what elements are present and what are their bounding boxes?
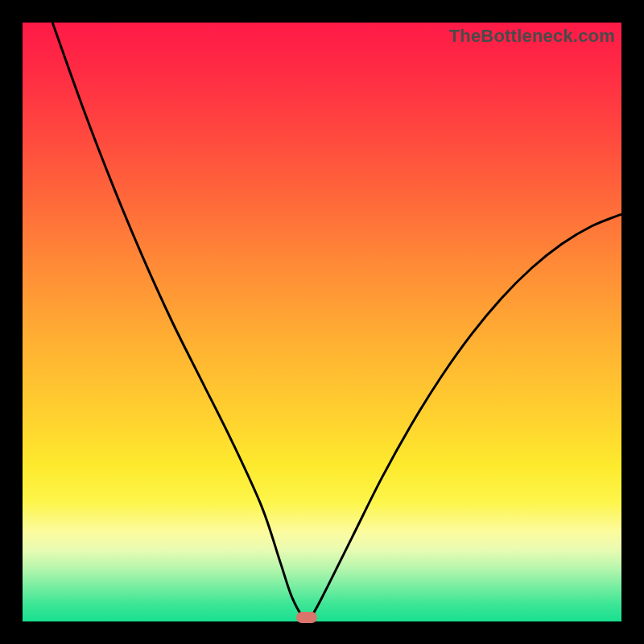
plot-area: TheBottleneck.com: [23, 23, 621, 621]
chart-frame: TheBottleneck.com: [0, 0, 644, 644]
curve-path: [52, 23, 621, 621]
optimal-marker: [296, 612, 317, 623]
bottleneck-curve: [23, 23, 621, 621]
